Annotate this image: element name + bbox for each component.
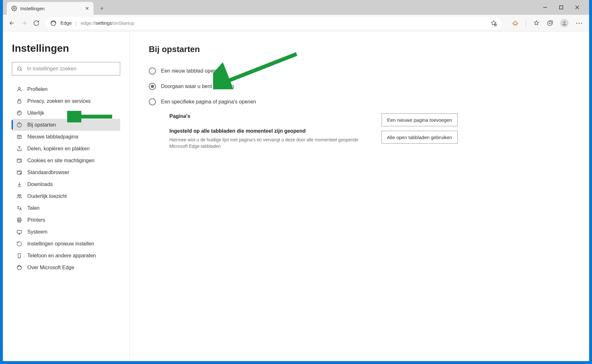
radio-icon <box>149 98 156 105</box>
sidebar-item-8[interactable]: Downloads <box>12 178 120 190</box>
radio-label: Een nieuw tabblad openen <box>161 68 222 74</box>
sidebar-item-0[interactable]: Profielen <box>12 83 120 95</box>
user-icon <box>16 86 22 92</box>
power-icon <box>16 122 22 128</box>
printer-icon <box>16 217 22 223</box>
svg-rect-22 <box>18 220 21 222</box>
settings-main: Bij opstarten Een nieuw tabblad openenDo… <box>130 31 589 361</box>
sidebar-item-6[interactable]: Cookies en site machtigingen <box>12 155 120 166</box>
svg-point-17 <box>20 173 22 174</box>
sidebar-item-9[interactable]: Ouderlijk toezicht <box>12 190 120 202</box>
sidebar-item-3[interactable]: Bij opstarten <box>12 119 120 131</box>
sidebar-item-label: Uiterlijk <box>27 110 44 116</box>
close-tab-icon[interactable] <box>85 6 90 11</box>
sidebar-item-4[interactable]: Nieuwe tabbladpagina <box>12 131 120 143</box>
family-icon <box>16 193 22 199</box>
sidebar-item-label: Downloads <box>27 182 53 187</box>
back-button[interactable] <box>9 20 15 26</box>
window-maximize-icon[interactable] <box>558 4 564 10</box>
set-tabs-desc: Hiermee wist u de huidige lijst met pagi… <box>169 137 369 150</box>
share-icon <box>16 146 22 152</box>
sidebar-item-label: Printers <box>27 217 45 223</box>
newtab-icon <box>16 134 22 140</box>
sidebar-item-label: Telefoon en andere apparaten <box>27 253 96 259</box>
sidebar-item-label: Instellingen opnieuw instellen <box>27 241 94 247</box>
svg-point-19 <box>20 194 21 196</box>
window-titlebar: Instellingen <box>3 0 589 15</box>
refresh-button[interactable] <box>33 20 40 26</box>
sidebar-item-label: Systeem <box>27 229 47 235</box>
svg-rect-8 <box>18 101 21 103</box>
forward-button[interactable] <box>21 20 27 26</box>
startup-option-2[interactable]: Een specifieke pagina of pagina's openen <box>149 97 569 107</box>
palette-icon <box>16 110 22 116</box>
download-icon <box>16 182 22 187</box>
svg-point-6 <box>18 67 21 70</box>
profile-avatar[interactable] <box>560 19 569 27</box>
lock-icon <box>16 98 22 104</box>
sidebar-item-10[interactable]: Talen <box>12 202 120 214</box>
startup-option-1[interactable]: Doorgaan waar u bent gebleven <box>149 81 569 92</box>
sidebar-item-label: Talen <box>27 205 40 211</box>
sidebar-item-5[interactable]: Delen, kopiëren en plakken <box>12 143 120 155</box>
system-icon <box>16 229 22 235</box>
radio-icon <box>149 67 156 75</box>
reset-icon <box>16 241 22 247</box>
sidebar-item-label: Profielen <box>27 86 48 92</box>
sidebar-item-label: Nieuwe tabbladpagina <box>27 134 78 140</box>
cookies-icon <box>16 158 22 164</box>
browser-tab[interactable]: Instellingen <box>7 2 94 15</box>
search-icon <box>17 66 22 72</box>
sidebar-item-label: Cookies en site machtigingen <box>27 158 94 164</box>
svg-rect-23 <box>17 230 22 233</box>
radio-label: Een specifieke pagina of pagina's openen <box>161 99 256 105</box>
tab-title: Instellingen <box>20 6 81 11</box>
svg-point-7 <box>18 87 20 89</box>
new-tab-button[interactable] <box>95 2 108 15</box>
svg-point-5 <box>563 21 565 23</box>
svg-point-10 <box>19 112 19 112</box>
gear-icon <box>11 5 17 11</box>
sidebar-item-12[interactable]: Systeem <box>12 226 120 238</box>
page-title: Bij opstarten <box>149 44 569 54</box>
sidebar-item-13[interactable]: Instellingen opnieuw instellen <box>12 238 120 250</box>
startup-option-0[interactable]: Een nieuw tabblad openen <box>149 66 569 76</box>
address-bar[interactable]: Edge | edge://settings/onStartup <box>45 17 502 29</box>
sidebar-item-1[interactable]: Privacy, zoeken en services <box>12 95 120 107</box>
address-path: edge://settings/onStartup <box>81 20 134 26</box>
favorite-add-icon[interactable] <box>490 20 497 27</box>
svg-rect-1 <box>560 6 563 9</box>
settings-sidebar: Instellingen ProfielenPrivacy, zoeken en… <box>3 31 130 361</box>
collections-icon[interactable] <box>547 20 553 26</box>
set-tabs-heading: Ingesteld op alle tabbladen die momentee… <box>169 128 369 134</box>
extensions-icon[interactable] <box>512 20 519 26</box>
sidebar-item-15[interactable]: Over Microsoft Edge <box>12 262 120 273</box>
favorites-icon[interactable] <box>533 20 540 26</box>
sidebar-item-11[interactable]: Printers <box>12 214 120 226</box>
edge-logo-icon <box>50 20 57 26</box>
sidebar-item-label: Standaardbrowser <box>27 170 69 175</box>
address-host: Edge <box>60 20 72 26</box>
language-icon <box>16 205 22 211</box>
settings-search[interactable] <box>12 62 120 75</box>
window-minimize-icon[interactable] <box>542 4 548 10</box>
sidebar-item-label: Ouderlijk toezicht <box>27 193 67 199</box>
sidebar-item-label: Privacy, zoeken en services <box>27 98 91 104</box>
svg-point-9 <box>18 113 19 113</box>
more-menu-button[interactable]: ⋯ <box>576 19 583 27</box>
radio-label: Doorgaan waar u bent gebleven <box>161 84 234 89</box>
phone-icon <box>16 253 22 259</box>
sidebar-item-label: Bij opstarten <box>27 122 56 128</box>
sidebar-item-7[interactable]: Standaardbrowser <box>12 166 120 178</box>
sidebar-item-label: Over Microsoft Edge <box>27 265 74 271</box>
about-icon <box>16 265 22 271</box>
use-open-tabs-button[interactable]: Alle open tabbladen gebruiken <box>381 131 458 144</box>
settings-search-input[interactable] <box>27 66 115 72</box>
sidebar-item-14[interactable]: Telefoon en andere apparaten <box>12 250 120 262</box>
settings-heading: Instellingen <box>12 42 120 54</box>
pages-heading: Pagina's <box>169 113 369 119</box>
sidebar-item-2[interactable]: Uiterlijk <box>12 107 120 119</box>
add-page-button[interactable]: Een nieuwe pagina toevoegen <box>381 113 458 126</box>
window-close-icon[interactable] <box>574 4 580 10</box>
svg-point-0 <box>13 8 15 9</box>
